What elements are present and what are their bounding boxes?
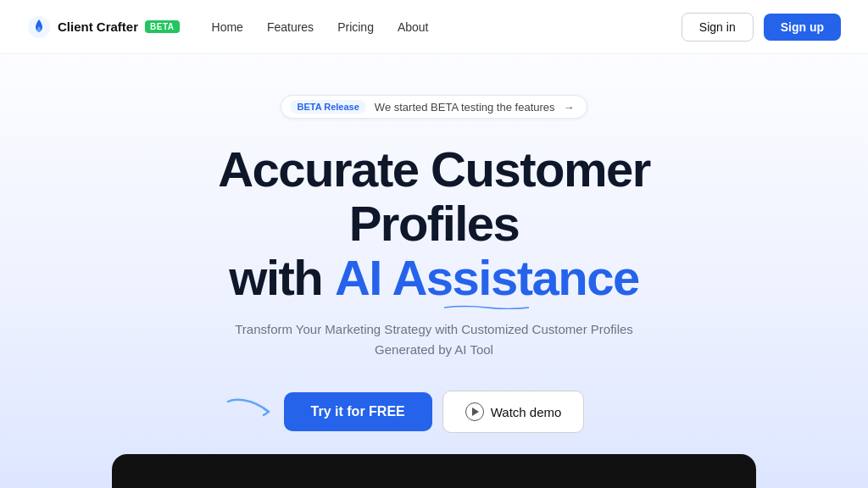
nav-features[interactable]: Features (259, 15, 322, 39)
nav-right: Sign in Sign up (682, 13, 841, 42)
nav-home[interactable]: Home (203, 15, 252, 39)
navbar: Client Crafter BETA Home Features Pricin… (0, 0, 868, 54)
brand-beta-badge: BETA (145, 20, 179, 33)
nav-left: Client Crafter BETA Home Features Pricin… (27, 15, 437, 39)
play-triangle-icon (472, 408, 479, 416)
signin-button[interactable]: Sign in (682, 13, 754, 42)
play-circle-icon (465, 402, 484, 421)
brand: Client Crafter BETA (27, 15, 180, 39)
hero-section: BETA Release We started BETA testing the… (0, 54, 868, 433)
beta-tag: BETA Release (290, 100, 365, 114)
curved-arrow-icon (226, 396, 277, 427)
try-free-button[interactable]: Try it for FREE (284, 392, 432, 431)
beta-message: We started BETA testing the features (375, 101, 555, 114)
nav-about[interactable]: About (389, 15, 437, 39)
beta-arrow-icon: → (564, 101, 575, 114)
nav-pricing[interactable]: Pricing (329, 15, 382, 39)
cta-area: Try it for FREE Watch demo (284, 391, 585, 433)
watch-demo-button[interactable]: Watch demo (442, 391, 585, 433)
flame-icon (27, 15, 51, 39)
watch-demo-label: Watch demo (491, 405, 562, 419)
signup-button[interactable]: Sign up (764, 14, 841, 41)
hero-title: Accurate Customer Profiles with AI Assis… (129, 142, 739, 304)
hero-title-line1: Accurate Customer Profiles (218, 141, 650, 251)
hero-title-blue: AI Assistance (335, 251, 639, 305)
hero-title-line2-plain: with (229, 250, 335, 305)
beta-banner[interactable]: BETA Release We started BETA testing the… (281, 95, 587, 119)
brand-name: Client Crafter (58, 19, 138, 34)
device-mockup (112, 454, 756, 488)
hero-subtitle: Transform Your Marketing Strategy with C… (231, 319, 637, 360)
nav-links: Home Features Pricing About (203, 15, 437, 39)
